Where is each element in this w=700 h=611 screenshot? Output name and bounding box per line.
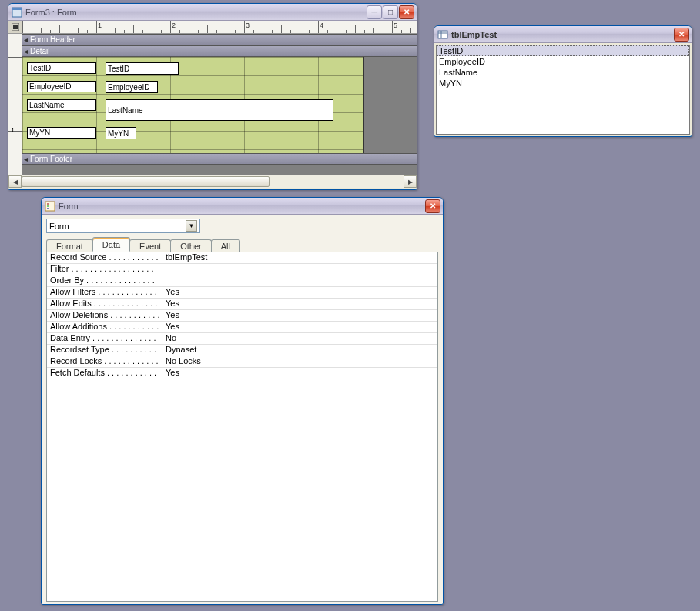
window-title: Form3 : Form [25, 8, 366, 17]
property-row[interactable]: Record Locks . . . . . . . . . . . .No L… [47, 356, 437, 368]
property-label: Recordset Type . . . . . . . . . . [47, 345, 162, 356]
close-button[interactable]: ✕ [425, 199, 440, 213]
svg-rect-10 [47, 208, 49, 209]
scroll-left-button[interactable]: ◀ [8, 175, 22, 188]
chevron-down-icon: ▼ [186, 220, 197, 232]
tab-all[interactable]: All [211, 239, 240, 252]
field-list-item[interactable]: EmployeeID [437, 56, 689, 67]
scroll-thumb[interactable] [22, 176, 270, 187]
svg-rect-7 [45, 202, 55, 211]
tab-other[interactable]: Other [170, 239, 212, 252]
field-label[interactable]: LastName [27, 99, 96, 111]
titlebar[interactable]: Form ✕ [42, 198, 443, 215]
titlebar[interactable]: tblEmpTest ✕ [434, 26, 692, 43]
property-label: Allow Edits . . . . . . . . . . . . . . [47, 299, 162, 310]
chevron-icon: ◂ [24, 47, 28, 55]
property-label: Fetch Defaults . . . . . . . . . . . [47, 368, 162, 379]
property-tabs: FormatDataEventOtherAll [46, 236, 438, 252]
property-value[interactable] [162, 264, 437, 275]
property-label: Allow Additions . . . . . . . . . . . [47, 322, 162, 333]
property-value[interactable]: Yes [162, 368, 437, 379]
section-bar-header[interactable]: ◂ Form Header [22, 34, 417, 45]
ruler-horizontal[interactable]: 12345 [22, 21, 417, 33]
property-value[interactable]: Dynaset [162, 345, 437, 356]
property-label: Allow Filters . . . . . . . . . . . . . [47, 287, 162, 299]
field-control[interactable]: LastName [106, 99, 333, 121]
property-row[interactable]: Record Source . . . . . . . . . . .tblEm… [47, 252, 437, 264]
minimize-button[interactable]: ─ [367, 5, 382, 19]
property-grid: Record Source . . . . . . . . . . .tblEm… [46, 252, 438, 602]
chevron-icon: ◂ [24, 155, 28, 163]
svg-rect-4 [438, 31, 447, 38]
field-label[interactable]: TestID [27, 62, 96, 74]
properties-icon [45, 201, 55, 212]
field-control[interactable]: MyYN [106, 127, 136, 139]
object-selector[interactable]: Form ▼ [46, 219, 200, 233]
property-row[interactable]: Allow Deletions . . . . . . . . . . .Yes [47, 310, 437, 322]
property-label: Record Source . . . . . . . . . . . [47, 252, 162, 264]
tab-format[interactable]: Format [46, 239, 93, 252]
property-value[interactable]: Yes [162, 299, 437, 310]
property-value[interactable]: tblEmpTest [162, 252, 437, 264]
field-list-body: TestIDEmployeeIDLastNameMyYN [436, 45, 690, 135]
grid-outside [364, 57, 417, 153]
window-title: tblEmpTest [451, 30, 673, 39]
maximize-button[interactable]: □ [383, 5, 398, 19]
property-label: Allow Deletions . . . . . . . . . . . [47, 310, 162, 322]
property-value[interactable]: Yes [162, 322, 437, 333]
form-design-window: Form3 : Form ─ □ ✕ 12345 12 ◂ Form Heade… [8, 3, 417, 190]
field-label[interactable]: EmployeeID [27, 81, 96, 92]
field-list-item[interactable]: MyYN [437, 78, 689, 88]
property-sheet-window: Form ✕ Form ▼ FormatDataEventOtherAll Re… [41, 197, 444, 605]
property-value[interactable]: No Locks [162, 356, 437, 368]
property-label: Order By . . . . . . . . . . . . . . . [47, 275, 162, 287]
section-label: Form Footer [30, 155, 72, 163]
property-label: Filter . . . . . . . . . . . . . . . . .… [47, 264, 162, 275]
property-row[interactable]: Allow Edits . . . . . . . . . . . . . .Y… [47, 299, 437, 310]
property-label: Record Locks . . . . . . . . . . . . [47, 356, 162, 368]
svg-rect-3 [13, 25, 18, 29]
scroll-right-button[interactable]: ▶ [404, 175, 417, 188]
chevron-icon: ◂ [24, 35, 28, 44]
field-control[interactable]: TestID [106, 62, 179, 75]
window-title: Form [59, 202, 424, 211]
table-icon [437, 29, 448, 40]
field-list-item[interactable]: TestID [437, 45, 689, 56]
field-control[interactable]: EmployeeID [106, 81, 158, 93]
tab-data[interactable]: Data [92, 237, 130, 252]
titlebar[interactable]: Form3 : Form ─ □ ✕ [8, 4, 417, 21]
svg-rect-1 [12, 8, 22, 10]
property-row[interactable]: Data Entry . . . . . . . . . . . . . .No [47, 333, 437, 345]
property-value[interactable]: No [162, 333, 437, 345]
tab-event[interactable]: Event [129, 239, 171, 252]
svg-rect-8 [47, 203, 49, 205]
field-list-item[interactable]: LastName [437, 67, 689, 78]
section-label: Detail [30, 47, 50, 55]
section-bar-detail[interactable]: ◂ Detail [22, 45, 417, 57]
property-value[interactable]: Yes [162, 287, 437, 299]
property-value[interactable] [162, 275, 437, 287]
property-row[interactable]: Fetch Defaults . . . . . . . . . . .Yes [47, 368, 437, 379]
property-row[interactable]: Recordset Type . . . . . . . . . .Dynase… [47, 345, 437, 356]
property-row[interactable]: Allow Additions . . . . . . . . . . .Yes [47, 322, 437, 333]
svg-rect-9 [47, 205, 49, 207]
close-button[interactable]: ✕ [399, 5, 414, 19]
ruler-corner-selector[interactable] [8, 21, 22, 33]
object-selector-value: Form [49, 222, 69, 231]
section-label: Form Header [30, 35, 75, 44]
scrollbar-horizontal[interactable]: ◀ ▶ [8, 175, 417, 188]
ruler-vertical[interactable]: 12 [8, 34, 22, 175]
field-label[interactable]: MyYN [27, 127, 96, 139]
property-row[interactable]: Allow Filters . . . . . . . . . . . . .Y… [47, 287, 437, 299]
form-icon [12, 7, 22, 18]
ruler-horizontal-bar: 12345 [8, 21, 417, 34]
scroll-track[interactable] [22, 175, 404, 188]
property-value[interactable]: Yes [162, 310, 437, 322]
property-row[interactable]: Order By . . . . . . . . . . . . . . . [47, 275, 437, 287]
property-label: Data Entry . . . . . . . . . . . . . . [47, 333, 162, 345]
section-bar-footer[interactable]: ◂ Form Footer [22, 153, 417, 165]
design-surface[interactable]: ◂ Form Header ◂ Detail TestIDTestIDEmplo… [22, 34, 417, 175]
section-detail-body[interactable]: TestIDTestIDEmployeeIDEmployeeIDLastName… [22, 57, 417, 153]
close-button[interactable]: ✕ [674, 28, 689, 42]
property-row[interactable]: Filter . . . . . . . . . . . . . . . . .… [47, 264, 437, 275]
